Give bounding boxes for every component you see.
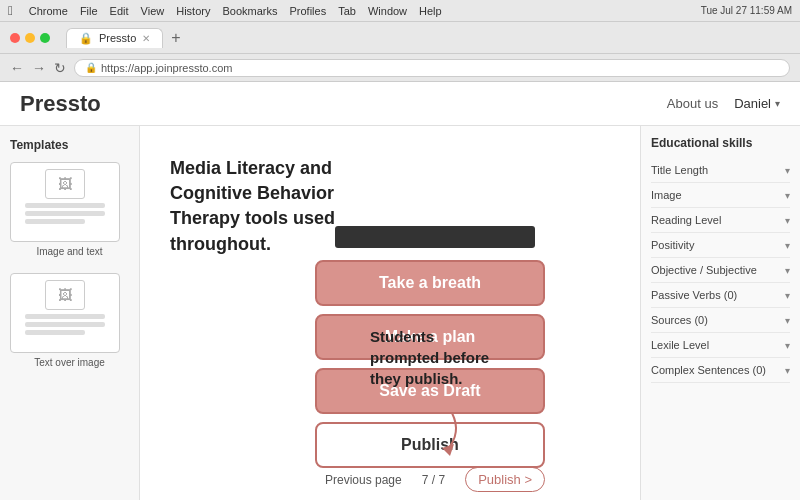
sidebar-left: Templates 🖼 Image and text 🖼 [0, 126, 140, 500]
user-menu[interactable]: Daniel ▾ [734, 96, 780, 111]
mac-help-menu[interactable]: Help [419, 5, 442, 17]
skill-positivity[interactable]: Positivity ▾ [651, 233, 790, 258]
template-preview-text-over-image: 🖼 [10, 273, 120, 353]
template-label-image-text: Image and text [10, 246, 129, 257]
arrow-icon [432, 408, 472, 458]
url-text: https://app.joinpressto.com [101, 62, 232, 74]
mac-tab-menu[interactable]: Tab [338, 5, 356, 17]
content-area: Media Literacy and Cognitive Behavior Th… [140, 126, 640, 500]
close-window-button[interactable] [10, 33, 20, 43]
browser-tabs: 🔒 Pressto ✕ + [66, 28, 185, 48]
preview-line [25, 330, 85, 335]
mac-history-menu[interactable]: History [176, 5, 210, 17]
publish-link-button[interactable]: Publish > [465, 467, 545, 492]
arrow-annotation [432, 408, 472, 462]
bottom-bar: Previous page 7 / 7 Publish > [315, 467, 555, 492]
template-label-text-over-image: Text over image [10, 357, 129, 368]
mac-profiles-menu[interactable]: Profiles [290, 5, 327, 17]
skill-label: Lexile Level [651, 339, 709, 351]
url-bar[interactable]: 🔒 https://app.joinpressto.com [74, 59, 790, 77]
svg-marker-0 [442, 444, 454, 456]
new-tab-button[interactable]: + [167, 29, 184, 47]
preview-lines [25, 203, 105, 227]
mac-file-menu[interactable]: File [80, 5, 98, 17]
preview-image-icon: 🖼 [45, 280, 85, 310]
preview-line [25, 322, 105, 327]
chevron-down-icon: ▾ [785, 190, 790, 201]
preview-line [25, 203, 105, 208]
reload-button[interactable]: ↻ [54, 60, 66, 76]
about-us-link[interactable]: About us [667, 96, 718, 111]
chevron-down-icon: ▾ [785, 240, 790, 251]
template-preview-image-text: 🖼 [10, 162, 120, 242]
skill-label: Objective / Subjective [651, 264, 757, 276]
preview-lines [25, 314, 105, 338]
mac-view-menu[interactable]: View [141, 5, 165, 17]
skill-complex-sentences[interactable]: Complex Sentences (0) ▾ [651, 358, 790, 383]
minimize-window-button[interactable] [25, 33, 35, 43]
user-menu-chevron-icon: ▾ [775, 98, 780, 109]
skill-passive-verbs[interactable]: Passive Verbs (0) ▾ [651, 283, 790, 308]
app-logo[interactable]: Pressto [20, 91, 101, 117]
main-layout: Templates 🖼 Image and text 🖼 [0, 126, 800, 500]
educational-skills-title: Educational skills [651, 136, 790, 150]
skill-label: Title Length [651, 164, 708, 176]
skill-label: Image [651, 189, 682, 201]
chevron-down-icon: ▾ [785, 290, 790, 301]
mac-menubar:  Chrome File Edit View History Bookmark… [0, 0, 800, 22]
chevron-down-icon: ▾ [785, 215, 790, 226]
preview-line [25, 211, 105, 216]
chevron-down-icon: ▾ [785, 365, 790, 376]
mac-chrome-menu[interactable]: Chrome [29, 5, 68, 17]
chevron-down-icon: ▾ [785, 165, 790, 176]
mac-window-menu[interactable]: Window [368, 5, 407, 17]
tab-label: Pressto [99, 32, 136, 44]
window-controls [10, 33, 50, 43]
skill-objective-subjective[interactable]: Objective / Subjective ▾ [651, 258, 790, 283]
skill-label: Positivity [651, 239, 694, 251]
app-header: Pressto About us Daniel ▾ [0, 82, 800, 126]
previous-page-button[interactable]: Previous page [325, 473, 402, 487]
chevron-down-icon: ▾ [785, 315, 790, 326]
maximize-window-button[interactable] [40, 33, 50, 43]
skill-label: Passive Verbs (0) [651, 289, 737, 301]
mac-bookmarks-menu[interactable]: Bookmarks [222, 5, 277, 17]
mac-edit-menu[interactable]: Edit [110, 5, 129, 17]
preview-line [25, 219, 85, 224]
sidebar-right: Educational skills Title Length ▾ Image … [640, 126, 800, 500]
publish-button[interactable]: Publish [315, 422, 545, 468]
template-item-image-text[interactable]: 🖼 Image and text [10, 162, 129, 257]
page-indicator: 7 / 7 [422, 473, 445, 487]
annotation-text: Students prompted before they publish. [370, 326, 500, 389]
browser-bar: 🔒 Pressto ✕ + [0, 22, 800, 54]
skill-label: Sources (0) [651, 314, 708, 326]
back-button[interactable]: ← [10, 60, 24, 76]
user-name: Daniel [734, 96, 771, 111]
skill-sources[interactable]: Sources (0) ▾ [651, 308, 790, 333]
preview-image-icon: 🖼 [45, 169, 85, 199]
apple-icon:  [8, 3, 13, 18]
skill-label: Complex Sentences (0) [651, 364, 766, 376]
skill-title-length[interactable]: Title Length ▾ [651, 158, 790, 183]
skill-label: Reading Level [651, 214, 721, 226]
forward-button[interactable]: → [32, 60, 46, 76]
skill-lexile-level[interactable]: Lexile Level ▾ [651, 333, 790, 358]
slide-title-bar [335, 226, 535, 248]
active-tab[interactable]: 🔒 Pressto ✕ [66, 28, 163, 48]
tab-close-icon[interactable]: ✕ [142, 33, 150, 44]
header-right: About us Daniel ▾ [667, 96, 780, 111]
mac-time: Tue Jul 27 11:59 AM [701, 5, 792, 16]
take-a-breath-button[interactable]: Take a breath [315, 260, 545, 306]
template-item-text-over-image[interactable]: 🖼 Text over image [10, 273, 129, 368]
skill-reading-level[interactable]: Reading Level ▾ [651, 208, 790, 233]
chevron-down-icon: ▾ [785, 340, 790, 351]
chevron-down-icon: ▾ [785, 265, 790, 276]
preview-line [25, 314, 105, 319]
browser-toolbar: ← → ↻ 🔒 https://app.joinpressto.com [0, 54, 800, 82]
skill-image[interactable]: Image ▾ [651, 183, 790, 208]
tab-favicon: 🔒 [79, 32, 93, 45]
lock-icon: 🔒 [85, 62, 97, 73]
templates-title: Templates [10, 138, 129, 152]
